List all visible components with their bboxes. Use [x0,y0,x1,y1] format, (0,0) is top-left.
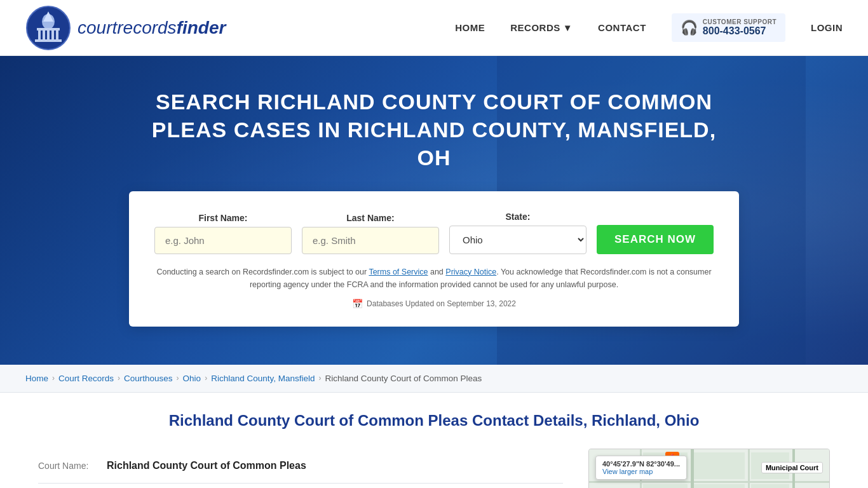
sep-2: › [118,374,120,383]
court-name-row: Court Name: Richland County Court of Com… [38,449,563,484]
last-name-group: Last Name: [302,213,439,254]
logo[interactable]: courtrecordsfinder [25,5,226,51]
view-larger-link[interactable]: View larger map [602,468,680,475]
court-name-label: Court Name: [38,461,102,471]
details-column: Court Name: Richland County Court of Com… [38,449,563,488]
svg-rect-3 [38,30,41,39]
breadcrumb-bar: Home › Court Records › Courthouses › Ohi… [0,365,868,393]
logo-icon [25,5,71,51]
nav-records[interactable]: RECORDS ▼ [510,22,573,33]
first-name-group: First Name: [154,213,292,254]
map-column: 📍 40°45'27.9"N 82°30'49... View larger m… [588,449,830,488]
map-coords: 40°45'27.9"N 82°30'49... [602,460,680,468]
disclaimer-text: Conducting a search on Recordsfinder.com… [154,266,714,291]
search-fields: First Name: Last Name: State: Ohio Alaba… [154,212,714,254]
last-name-input[interactable] [302,227,439,254]
section-title: Richland County Court of Common Pleas Co… [38,412,830,430]
last-name-label: Last Name: [302,213,439,223]
svg-rect-21 [643,484,688,488]
db-update: 📅 Databases Updated on September 13, 202… [154,299,714,309]
headset-icon: 🎧 [681,20,698,36]
db-update-text: Databases Updated on September 13, 2022 [367,299,516,308]
hero-title: SEARCH RICHLAND COUNTY COURT OF COMMON P… [148,88,720,172]
breadcrumb-court-records[interactable]: Court Records [58,374,114,383]
svg-rect-4 [43,30,45,39]
terms-link[interactable]: Terms of Service [369,268,428,276]
hero-section: SEARCH RICHLAND COUNTY COURT OF COMMON P… [0,56,868,365]
breadcrumb-current: Richland County Court of Common Pleas [325,374,482,383]
svg-rect-16 [691,449,694,488]
state-row: State: Ohio [38,484,563,488]
breadcrumb-home[interactable]: Home [25,374,48,383]
support-label: CUSTOMER SUPPORT [703,18,776,25]
svg-rect-25 [751,484,789,488]
breadcrumb-ohio[interactable]: Ohio [183,374,201,383]
dropdown-arrow-icon: ▼ [563,22,573,33]
nav-home[interactable]: HOME [455,22,485,33]
nav-login[interactable]: LOGIN [811,22,843,33]
privacy-link[interactable]: Privacy Notice [445,268,496,276]
svg-rect-5 [47,30,50,39]
svg-rect-20 [694,452,745,479]
support-number: 800-433-0567 [703,25,776,37]
first-name-input[interactable] [154,227,292,254]
svg-rect-7 [56,30,58,39]
svg-rect-17 [748,449,750,488]
map-info-box: 40°45'27.9"N 82°30'49... View larger map [595,456,687,480]
sep-3: › [177,374,179,383]
sep-4: › [205,374,207,383]
breadcrumb-richland-mansfield[interactable]: Richland County, Mansfield [211,374,315,383]
site-header: courtrecordsfinder HOME RECORDS ▼ CONTAC… [0,0,868,56]
calendar-icon: 📅 [352,299,363,309]
svg-rect-6 [51,30,54,39]
search-card: First Name: Last Name: State: Ohio Alaba… [129,191,739,327]
map-right-label: Municipal Court [761,462,823,473]
sep-1: › [52,374,55,383]
svg-rect-2 [37,28,60,30]
search-button[interactable]: SEARCH NOW [597,225,714,254]
sep-5: › [318,374,321,383]
map-container[interactable]: 📍 40°45'27.9"N 82°30'49... View larger m… [588,449,830,488]
first-name-label: First Name: [154,213,292,223]
main-nav: HOME RECORDS ▼ CONTACT 🎧 CUSTOMER SUPPOR… [455,13,843,42]
svg-rect-8 [35,39,62,42]
breadcrumb-courthouses[interactable]: Courthouses [124,374,173,383]
court-name-value: Richland County Court of Common Pleas [107,460,306,471]
content-grid: Court Name: Richland County Court of Com… [38,449,830,488]
main-content: Richland County Court of Common Pleas Co… [0,393,868,488]
breadcrumb: Home › Court Records › Courthouses › Ohi… [25,374,843,383]
state-group: State: Ohio Alabama Alaska Arizona Calif… [449,212,587,254]
state-select[interactable]: Ohio Alabama Alaska Arizona California [449,226,587,254]
logo-text: courtrecordsfinder [78,18,226,38]
nav-contact[interactable]: CONTACT [598,22,646,33]
state-label: State: [449,212,587,222]
customer-support-block[interactable]: 🎧 CUSTOMER SUPPORT 800-433-0567 [672,13,785,42]
svg-rect-22 [694,484,745,488]
support-info: CUSTOMER SUPPORT 800-433-0567 [703,18,776,37]
